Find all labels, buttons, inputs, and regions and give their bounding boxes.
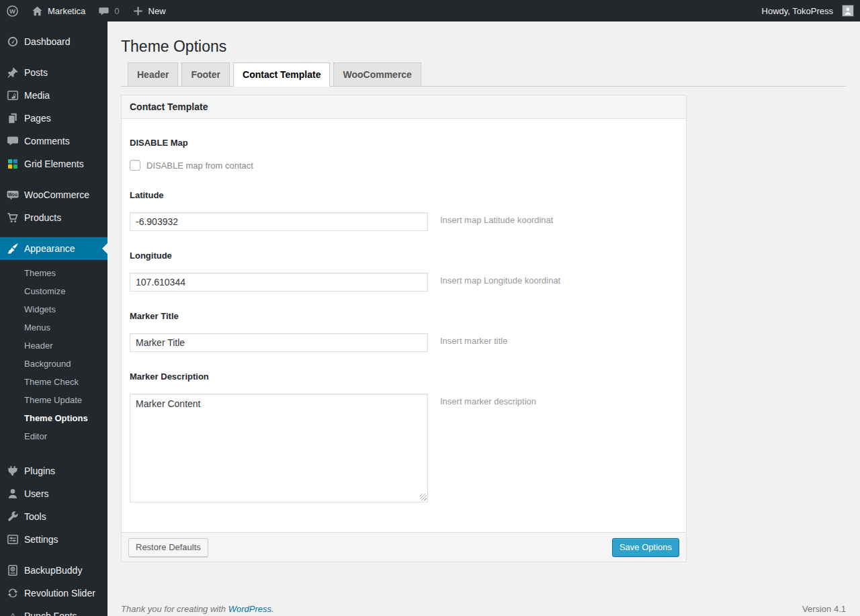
woocommerce-icon: Woo bbox=[6, 188, 19, 202]
sidebar-item-comments[interactable]: Comments bbox=[0, 130, 108, 152]
sidebar-item-label: Products bbox=[24, 212, 61, 223]
marker-title-input[interactable] bbox=[130, 333, 428, 352]
sidebar-item-punch-fonts[interactable]: APunch Fonts bbox=[0, 605, 108, 616]
comment-icon bbox=[6, 134, 19, 148]
field-marker-title: Marker TitleInsert marker title bbox=[130, 311, 678, 352]
sidebar-item-users[interactable]: Users bbox=[0, 482, 108, 505]
media-icon bbox=[6, 89, 19, 102]
marker-description-hint: Insert marker description bbox=[440, 396, 536, 406]
main-content: Theme Options HeaderFooterContact Templa… bbox=[108, 21, 860, 616]
svg-text:W: W bbox=[9, 7, 15, 15]
sidebar-item-label: Grid Elements bbox=[24, 159, 84, 169]
site-name-menu[interactable]: Marketica bbox=[25, 0, 91, 21]
sidebar-item-label: Posts bbox=[24, 67, 48, 78]
comments-shortcut[interactable]: 0 bbox=[91, 0, 125, 21]
sidebar-item-label: Settings bbox=[24, 534, 58, 545]
sidebar-item-products[interactable]: Products bbox=[0, 206, 108, 229]
sidebar-item-dashboard[interactable]: Dashboard bbox=[0, 30, 108, 53]
footer-version: Version 4.1 bbox=[802, 604, 846, 614]
admin-menu: DashboardPostsMediaPagesCommentsGrid Ele… bbox=[0, 21, 108, 616]
plus-icon bbox=[132, 5, 144, 17]
field-label-marker-title: Marker Title bbox=[130, 311, 678, 321]
tab-bar: HeaderFooterContact TemplateWooCommerce bbox=[121, 62, 846, 87]
tab-contact-template[interactable]: Contact Template bbox=[233, 62, 330, 87]
contact-template-panel: Contact Template DISABLE MapDISABLE map … bbox=[121, 95, 687, 562]
sidebar-item-label: Dashboard bbox=[24, 36, 71, 47]
wordpress-logo-menu[interactable]: W bbox=[0, 0, 25, 21]
marker-title-hint: Insert marker title bbox=[440, 336, 507, 346]
sidebar-item-label: Media bbox=[24, 90, 50, 101]
panel-footer: Restore Defaults Save Options bbox=[122, 532, 686, 562]
site-name: Marketica bbox=[48, 6, 85, 16]
sidebar-item-plugins[interactable]: Plugins bbox=[0, 459, 108, 482]
sidebar-item-label: Plugins bbox=[24, 466, 55, 476]
sidebar-item-media[interactable]: Media bbox=[0, 84, 108, 107]
disable-map-checkbox[interactable] bbox=[130, 160, 140, 171]
wrench-icon bbox=[6, 510, 19, 523]
pages-icon bbox=[6, 112, 19, 125]
sidebar-item-revolution-slider[interactable]: Revolution Slider bbox=[0, 582, 108, 605]
settings-icon bbox=[6, 533, 19, 546]
submenu-item-customize[interactable]: Customize bbox=[0, 283, 108, 301]
wordpress-link[interactable]: WordPress bbox=[228, 604, 271, 614]
page-title: Theme Options bbox=[121, 37, 846, 56]
longitude-input[interactable] bbox=[130, 273, 428, 292]
marker-description-input[interactable]: Marker Content bbox=[130, 394, 428, 502]
sidebar-item-grid-elements[interactable]: Grid Elements bbox=[0, 152, 108, 175]
tab-header[interactable]: Header bbox=[128, 62, 178, 87]
submenu-item-theme-options[interactable]: Theme Options bbox=[0, 410, 108, 428]
field-label-marker-description: Marker Description bbox=[130, 371, 678, 382]
svg-text:A: A bbox=[10, 611, 16, 616]
sidebar-item-tools[interactable]: Tools bbox=[0, 505, 108, 528]
submenu-item-theme-update[interactable]: Theme Update bbox=[0, 392, 108, 410]
admin-bar: W Marketica 0 New Howdy, TokoPress bbox=[0, 0, 860, 21]
sidebar-item-label: Users bbox=[24, 488, 49, 499]
submenu-item-widgets[interactable]: Widgets bbox=[0, 301, 108, 319]
sidebar-item-label: Comments bbox=[24, 136, 70, 146]
user-icon bbox=[6, 487, 19, 500]
home-icon bbox=[31, 5, 44, 17]
sidebar-item-label: Pages bbox=[24, 113, 51, 124]
new-label: New bbox=[148, 6, 166, 16]
latitude-input[interactable] bbox=[130, 212, 428, 231]
submenu-item-background[interactable]: Background bbox=[0, 355, 108, 373]
avatar bbox=[842, 5, 854, 17]
field-latitude: LatitudeInsert map Latitude koordinat bbox=[130, 190, 678, 231]
sidebar-item-backupbuddy[interactable]: BackupBuddy bbox=[0, 559, 108, 582]
disable-map-checkbox-label: DISABLE map from contact bbox=[146, 161, 253, 171]
comment-bubble-icon bbox=[97, 5, 110, 17]
page-footer: Thank you for creating with WordPress. V… bbox=[121, 604, 846, 614]
svg-text:Woo: Woo bbox=[8, 192, 17, 197]
panel-body: DISABLE MapDISABLE map from contactLatit… bbox=[122, 119, 686, 532]
save-options-button[interactable]: Save Options bbox=[612, 538, 679, 557]
submenu-item-editor[interactable]: Editor bbox=[0, 428, 108, 446]
sidebar-item-pages[interactable]: Pages bbox=[0, 107, 108, 130]
sidebar-item-appearance[interactable]: Appearance bbox=[0, 237, 108, 260]
thanks-suffix: . bbox=[271, 604, 274, 614]
submenu-item-theme-check[interactable]: Theme Check bbox=[0, 373, 108, 392]
sidebar-item-woocommerce[interactable]: WooWooCommerce bbox=[0, 183, 108, 206]
footer-thanks: Thank you for creating with WordPress. bbox=[121, 604, 274, 614]
sidebar-item-label: Revolution Slider bbox=[24, 588, 95, 599]
wordpress-logo-icon: W bbox=[6, 5, 19, 17]
sidebar-item-label: WooCommerce bbox=[24, 189, 89, 200]
tab-footer[interactable]: Footer bbox=[181, 62, 230, 87]
pin-icon bbox=[6, 66, 19, 79]
grid-icon bbox=[6, 157, 19, 171]
sidebar-item-posts[interactable]: Posts bbox=[0, 61, 108, 84]
restore-defaults-button[interactable]: Restore Defaults bbox=[128, 538, 208, 557]
new-content-menu[interactable]: New bbox=[126, 0, 172, 21]
font-icon: A bbox=[6, 609, 19, 616]
refresh-icon bbox=[6, 586, 19, 600]
field-label-disable-map: DISABLE Map bbox=[130, 138, 678, 148]
account-menu[interactable]: Howdy, TokoPress bbox=[756, 0, 860, 21]
panel-title: Contact Template bbox=[122, 95, 686, 119]
longitude-hint: Insert map Longitude koordinat bbox=[440, 275, 560, 285]
submenu-item-menus[interactable]: Menus bbox=[0, 319, 108, 337]
thanks-text: Thank you for creating with bbox=[121, 604, 228, 614]
cart-icon bbox=[6, 211, 19, 224]
submenu-item-header[interactable]: Header bbox=[0, 337, 108, 355]
tab-woocommerce[interactable]: WooCommerce bbox=[333, 62, 421, 87]
sidebar-item-settings[interactable]: Settings bbox=[0, 528, 108, 551]
submenu-item-themes[interactable]: Themes bbox=[0, 265, 108, 283]
